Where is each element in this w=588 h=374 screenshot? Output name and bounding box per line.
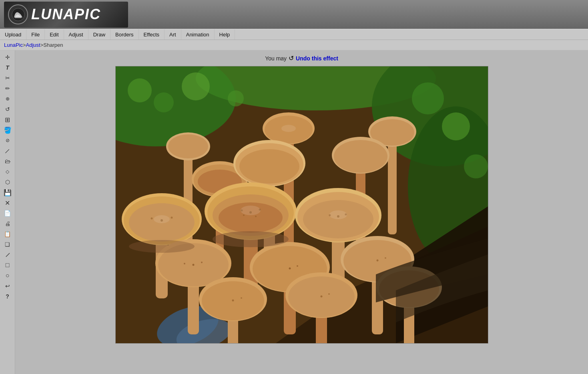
- svg-point-79: [184, 263, 185, 264]
- mushroom-image: [116, 66, 488, 343]
- close-tool[interactable]: ✕: [2, 198, 13, 208]
- nav-animation[interactable]: Animation: [181, 29, 215, 40]
- nav-upload[interactable]: Upload: [0, 29, 26, 40]
- svg-point-11: [442, 112, 470, 140]
- save-tool[interactable]: 💾: [2, 188, 13, 197]
- svg-point-6: [128, 78, 152, 102]
- svg-point-91: [281, 125, 296, 132]
- svg-point-87: [385, 257, 386, 259]
- move-tool[interactable]: ✛: [2, 52, 13, 62]
- svg-point-69: [255, 216, 257, 217]
- undo-tool[interactable]: ↩: [2, 281, 13, 291]
- svg-point-92: [213, 231, 289, 247]
- main-layout: ✛ T ✂ ✏ ⊕ ↺ ⊞ 🪣 ⊘ | 🗁 ◇ ⬡ 💾 ✕ 📄 🖨 📋 ❏ ─ …: [0, 50, 588, 374]
- rotate-tool[interactable]: ↺: [2, 104, 13, 114]
- logo-area: LUNAPIC: [4, 2, 128, 28]
- content-area: You may ↺ Undo this effect: [15, 50, 588, 374]
- svg-point-17: [168, 134, 208, 158]
- print-tool[interactable]: 🖨: [2, 219, 13, 228]
- folder-tool[interactable]: 🗁: [2, 156, 13, 166]
- text-tool[interactable]: T: [2, 63, 13, 72]
- ellipse-tool[interactable]: ○: [2, 271, 13, 280]
- image-container: [115, 66, 488, 344]
- breadcrumb-lunapic[interactable]: LunaPic: [4, 42, 23, 48]
- brush-tool[interactable]: |: [0, 144, 15, 158]
- breadcrumb-sep1: >: [23, 42, 26, 48]
- svg-point-84: [320, 296, 322, 298]
- svg-point-86: [376, 260, 378, 262]
- nav-file[interactable]: File: [26, 29, 45, 40]
- breadcrumb: LunaPic > Adjust > Sharpen: [0, 40, 588, 50]
- nav-help[interactable]: Help: [215, 29, 235, 40]
- new-tool[interactable]: 📄: [2, 208, 13, 218]
- logo-svg: [11, 8, 25, 22]
- undo-bar: You may ↺ Undo this effect: [15, 54, 588, 62]
- grid-tool[interactable]: ⊞: [2, 115, 13, 124]
- breadcrumb-adjust[interactable]: Adjust: [26, 42, 40, 48]
- undo-prompt: You may: [265, 55, 287, 62]
- svg-point-75: [171, 217, 173, 219]
- svg-point-76: [151, 218, 153, 220]
- svg-point-9: [228, 90, 244, 106]
- help-tool[interactable]: ?: [2, 292, 13, 301]
- eraser-tool[interactable]: ◇: [2, 167, 13, 176]
- sidebar: ✛ T ✂ ✏ ⊕ ↺ ⊞ 🪣 ⊘ | 🗁 ◇ ⬡ 💾 ✕ 📄 🖨 📋 ❏ ─ …: [0, 50, 15, 374]
- logo-text: LUNAPIC: [31, 6, 101, 23]
- nav-edit[interactable]: Edit: [45, 29, 64, 40]
- nav-borders[interactable]: Borders: [110, 29, 139, 40]
- svg-point-81: [297, 265, 298, 267]
- svg-point-90: [329, 210, 347, 219]
- undo-icon: ↺: [289, 54, 294, 62]
- svg-point-34: [334, 140, 387, 173]
- nav-draw[interactable]: Draw: [88, 29, 110, 40]
- nav-adjust[interactable]: Adjust: [64, 29, 88, 40]
- svg-point-80: [289, 268, 291, 270]
- navbar: Upload File Edit Adjust Draw Borders Eff…: [0, 29, 588, 40]
- svg-point-12: [464, 154, 488, 178]
- svg-point-85: [328, 293, 330, 295]
- nav-effects[interactable]: Effects: [139, 29, 165, 40]
- svg-point-83: [241, 297, 242, 299]
- copy-tool[interactable]: 📋: [2, 229, 13, 239]
- logo-container: LUNAPIC: [4, 2, 128, 28]
- zoom-tool[interactable]: ⊕: [2, 94, 13, 104]
- svg-point-89: [154, 215, 170, 223]
- svg-point-8: [182, 72, 210, 100]
- breadcrumb-current: Sharpen: [43, 42, 63, 48]
- rect-tool[interactable]: □: [2, 260, 13, 270]
- svg-point-82: [232, 300, 234, 302]
- nav-art[interactable]: Art: [165, 29, 181, 40]
- svg-point-10: [412, 82, 444, 114]
- svg-point-7: [154, 92, 174, 112]
- undo-link[interactable]: Undo this effect: [296, 55, 338, 62]
- mushroom-svg: [116, 66, 488, 343]
- logo-icon: [8, 4, 28, 24]
- svg-point-77: [192, 264, 194, 266]
- svg-point-93: [129, 240, 195, 253]
- scissors-tool[interactable]: ✂: [2, 73, 13, 83]
- svg-point-88: [241, 206, 261, 215]
- svg-point-78: [201, 262, 203, 263]
- paint-tool[interactable]: 🪣: [2, 125, 13, 135]
- stamp-tool[interactable]: ⬡: [2, 177, 13, 187]
- line-tool[interactable]: ─: [0, 248, 15, 262]
- svg-point-31: [239, 149, 299, 184]
- header: LUNAPIC: [0, 0, 588, 29]
- pencil-tool[interactable]: ✏: [2, 84, 13, 93]
- breadcrumb-sep2: >: [40, 42, 44, 48]
- svg-point-70: [243, 214, 245, 216]
